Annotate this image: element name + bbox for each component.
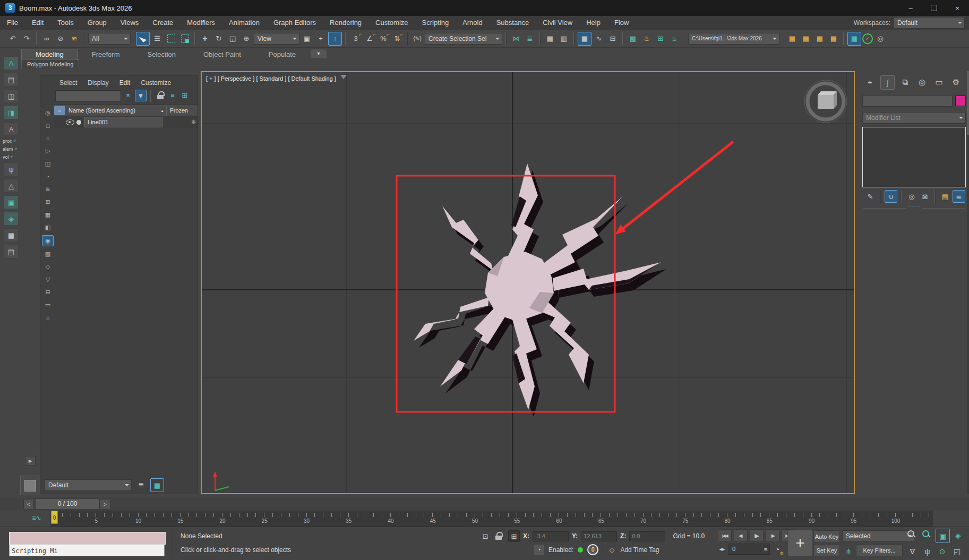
save-pipeline-icon[interactable]: ▦ (847, 32, 861, 46)
rollout-divider[interactable] (863, 208, 965, 212)
display-tab-icon[interactable]: ▭ (932, 75, 946, 89)
mirror-icon[interactable]: ⋈ (510, 32, 522, 45)
pan-icon[interactable]: ψ (921, 545, 934, 558)
maximize-button[interactable] (922, 0, 946, 16)
set-key-button[interactable]: Set Key (813, 544, 840, 556)
configure-modifier-sets-icon[interactable]: ▤ (939, 191, 951, 202)
menu-item[interactable]: Views (114, 16, 145, 30)
project-tool-icon-1[interactable]: ▤ (786, 32, 799, 45)
explorer-display-icon-7[interactable]: ≋ (42, 184, 53, 194)
menu-item[interactable]: Scripting (415, 16, 456, 30)
explorer-display-icon-13[interactable]: ◇ (42, 262, 53, 272)
ribbon-tab-object-paint[interactable]: Object Paint (190, 49, 255, 59)
snaps-toggle-3d-icon[interactable]: 3 (349, 32, 362, 45)
object-name-cell[interactable]: Line001 (84, 117, 162, 127)
motion-tab-icon[interactable]: ◎ (915, 75, 929, 89)
undo-icon[interactable]: ↶ (6, 32, 19, 45)
ribbon-tool-icon-2[interactable]: ▤ (4, 73, 19, 87)
reference-coordinate-system-dropdown[interactable]: View (254, 33, 299, 45)
explorer-display-icon-16[interactable]: ▭ (42, 300, 53, 310)
mini-curve-editor-icon[interactable]: ≡∿ (30, 513, 44, 523)
explorer-display-icon-5[interactable]: ◫ (42, 159, 53, 169)
set-keys-button[interactable]: + (787, 530, 813, 556)
rectangular-selection-region-icon[interactable] (165, 32, 177, 45)
explorer-display-icon-3[interactable]: ○ (42, 133, 53, 143)
status-check-icon[interactable]: ✓ (862, 33, 873, 44)
explorer-display-icon-4[interactable]: ▷ (42, 146, 53, 156)
select-and-scale-icon[interactable]: ◱ (226, 32, 239, 45)
explorer-display-icon-15[interactable]: ⊟ (42, 287, 53, 297)
zoom-all-icon[interactable] (921, 529, 934, 542)
boom-spline-object[interactable] (414, 163, 666, 417)
selection-column-header[interactable]: ○ (54, 106, 65, 115)
explorer-display-icon-12[interactable]: ▧ (42, 249, 53, 259)
ribbon-tab-selection[interactable]: Selection (134, 49, 190, 59)
percent-snap-icon[interactable]: % (377, 32, 390, 45)
make-unique-icon[interactable]: ◎ (906, 191, 917, 202)
visibility-eye-icon[interactable] (66, 119, 74, 125)
frozen-snowflake-icon[interactable]: ❄ (191, 118, 196, 126)
go-to-start-button[interactable]: |◀◀ (718, 529, 732, 542)
menu-item[interactable]: Civil View (536, 16, 579, 30)
next-frame-button[interactable]: ||▶ (766, 529, 779, 542)
selection-filter-dropdown[interactable]: All (88, 33, 131, 45)
menu-item[interactable]: Animation (222, 16, 267, 30)
explorer-display-icon-10[interactable]: ◧ (42, 222, 53, 232)
ribbon-tool-icon-4[interactable]: ◨ (4, 106, 19, 119)
close-button[interactable]: × (946, 0, 969, 16)
explorer-menu-item[interactable]: Select (55, 79, 81, 87)
menu-item[interactable]: Modifiers (180, 16, 222, 30)
key-mode-dropdown[interactable]: Selected (842, 530, 914, 542)
pin-stack-icon[interactable]: ✎ (864, 191, 876, 202)
menu-item[interactable]: Graph Editors (267, 16, 323, 30)
active-layer-dropdown[interactable]: Default (45, 479, 132, 491)
render-setup-icon[interactable]: ♨ (640, 32, 653, 45)
object-name-field[interactable] (862, 95, 953, 107)
selection-region-cycle-icon[interactable]: ⊡ (481, 531, 490, 541)
explorer-display-icon-1[interactable]: ◎ (42, 108, 53, 118)
ribbon-tool-icon-9[interactable]: ◈ (4, 212, 19, 226)
create-selection-set-dropdown[interactable]: Create Selection Sel (425, 33, 502, 45)
clear-search-icon[interactable]: × (123, 90, 133, 100)
modifier-sets-list-icon[interactable]: ≣ (953, 190, 965, 203)
explorer-menu-item[interactable]: Edit (115, 79, 135, 87)
maximize-viewport-icon[interactable]: ◰ (950, 545, 964, 558)
select-and-rotate-icon[interactable]: ↻ (212, 32, 225, 45)
explorer-display-icon-6[interactable]: ◔ (42, 171, 53, 182)
frozen-column-header[interactable]: Frozen (167, 107, 198, 114)
object-color-swatch[interactable] (955, 96, 966, 106)
material-editor-icon[interactable]: ▩ (627, 32, 639, 45)
unlink-selection-icon[interactable]: ⊘ (54, 32, 67, 45)
render-production-icon[interactable]: ♨ (668, 32, 681, 45)
ribbon-tab-freeform[interactable]: Freeform (78, 49, 134, 59)
modifier-stack[interactable] (862, 127, 966, 187)
absolute-mode-icon[interactable]: ⊞ (508, 530, 520, 542)
enabled-count-badge[interactable]: 0 (587, 544, 598, 555)
window-crossing-toggle-icon[interactable] (178, 32, 191, 45)
create-tab-icon[interactable]: + (863, 75, 877, 89)
fov-zoom-region-icon[interactable]: ∇ (906, 545, 919, 558)
key-step-icon[interactable]: ◀▶ (718, 545, 726, 554)
time-slider-marker[interactable]: 0 (51, 511, 58, 524)
ribbon-tab-modeling[interactable]: Modeling (21, 49, 78, 59)
menu-item[interactable]: Group (81, 16, 114, 30)
viewport-label-text[interactable]: [ + ] [ Perspective ] [ Standard ] [ Def… (206, 75, 336, 82)
expand-panel-arrow-button[interactable]: ▶ (25, 456, 36, 466)
utilities-tab-icon[interactable]: ⚙ (949, 75, 963, 89)
keyboard-override-icon[interactable]: ↑ (328, 32, 342, 46)
angle-snap-icon[interactable]: ∠ (363, 32, 376, 45)
select-and-link-icon[interactable]: ∞ (40, 32, 53, 45)
selection-lock-icon[interactable] (493, 530, 505, 542)
viewcube[interactable] (804, 80, 847, 123)
new-layer-icon[interactable]: ▦ (150, 478, 164, 492)
hierarchy-view-icon[interactable]: ≡ (167, 90, 178, 100)
macro-recorder-pane[interactable] (9, 532, 166, 545)
current-frame-spinner[interactable]: 0 (728, 544, 770, 555)
explorer-display-icon-11[interactable]: ◉ (42, 235, 54, 246)
curve-editor-icon[interactable]: ∿ (593, 32, 605, 45)
ribbon-tool-large-icon[interactable] (20, 476, 40, 495)
bind-to-space-warp-icon[interactable]: ≋ (68, 32, 81, 45)
ribbon-tool-icon-10[interactable]: ▦ (4, 228, 19, 242)
time-configuration-icon[interactable]: ◔ (772, 544, 783, 555)
add-time-tag[interactable]: Add Time Tag (620, 546, 659, 554)
